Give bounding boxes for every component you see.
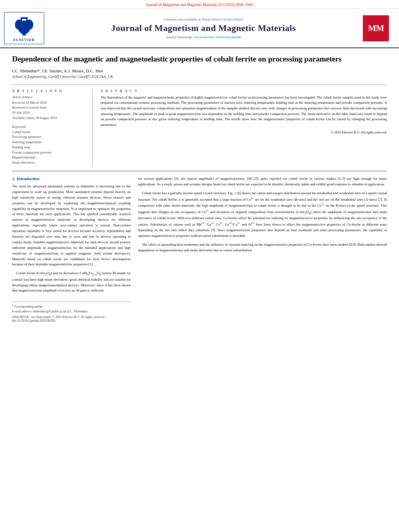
section-number: 1. <box>12 176 15 181</box>
right-paragraph-2: Cobalt ferrite has a partially inverse s… <box>138 191 387 239</box>
journal-title: Journal of Magnetism and Magnetic Materi… <box>111 23 296 33</box>
article-info-title: A R T I C L E I N F O <box>12 89 86 93</box>
revised-date: 29 July 2010 <box>12 110 86 115</box>
star-note: * Corresponding author. <box>12 305 43 308</box>
elsevier-text: ELSEVIER <box>13 38 35 42</box>
abstract-paragraph: The dependence of the magnetic and magne… <box>101 95 387 128</box>
corresponding-author-note: * Corresponding author. <box>12 304 131 309</box>
keywords-label: Keywords: <box>12 125 86 129</box>
email-link[interactable]: nlebedinci@Cardiff.ac.uk (I.C. Nlebedim)… <box>33 310 88 313</box>
journal-logo-right: MM <box>363 12 391 44</box>
article-info-column: A R T I C L E I N F O Article history: R… <box>12 89 93 165</box>
svg-rect-5 <box>26 17 27 29</box>
elsevier-tree-icon <box>10 14 38 37</box>
issn-line: 0304-8853/$ - see front matter © 2010 El… <box>12 315 131 319</box>
affiliation: School of Engineering, Cardiff Universit… <box>12 75 387 79</box>
copyright: © 2010 Elsevier B.V. All rights reserved… <box>101 130 387 135</box>
email-label: E-mail address: <box>12 310 32 313</box>
article-title: Dependence of the magnetic and magnetoel… <box>12 54 387 64</box>
homepage-url[interactable]: www.elsevier.com/locate/jmmm <box>194 35 241 39</box>
svg-rect-4 <box>21 17 22 29</box>
left-content-column: 1. Introduction The need for advanced au… <box>12 176 131 322</box>
keyword-5: Powder compaction pressure <box>12 150 86 155</box>
article-history-label: Article history: <box>12 95 86 99</box>
svg-rect-6 <box>21 17 28 19</box>
homepage-label: journal homepage: <box>166 35 193 39</box>
abstract-column: A B S T R A C T The dependence of the ma… <box>101 89 387 165</box>
intro-paragraph-1: The need for advanced automated systems … <box>12 184 131 267</box>
authors-text: I.C. Nlebedim*, J.E. Snyder, A.J. Moses,… <box>12 68 103 73</box>
footnote-area: * Corresponding author. E-mail address: … <box>12 302 131 314</box>
right-paragraph-1: for several applications [2], the typica… <box>138 176 387 187</box>
keyword-6: Magnetostriction <box>12 155 86 160</box>
abstract-text: The dependence of the magnetic and magne… <box>101 95 387 136</box>
top-bar: Journal of Magnetism and Magnetic Materi… <box>0 0 399 9</box>
introduction-heading: 1. Introduction <box>12 176 131 181</box>
journal-header-center: Contents lists available at ScienceDirec… <box>48 12 359 44</box>
keyword-3: Sintering temperature <box>12 140 86 145</box>
journal-reference[interactable]: Journal of Magnetism and Magnetic Materi… <box>146 3 253 7</box>
sciencedirect-link[interactable]: ScienceDirect <box>223 17 243 21</box>
doi-area: 0304-8853/$ - see front matter © 2010 El… <box>12 315 131 322</box>
journal-header: ELSEVIER Contents lists available at Sci… <box>0 9 399 48</box>
main-content: 1. Introduction The need for advanced au… <box>12 171 387 322</box>
doi-line: doi:10.1016/j.jmmm.2010.08.026 <box>12 319 131 322</box>
right-content-column: for several applications [2], the typica… <box>138 176 387 322</box>
keyword-2: Processing parameter <box>12 134 86 140</box>
keyword-1: Cobalt ferrite <box>12 129 86 135</box>
contents-text: Contents lists available at ScienceDirec… <box>164 17 222 21</box>
contents-available: Contents lists available at ScienceDirec… <box>164 17 243 21</box>
keyword-7: Strain derivative <box>12 160 86 165</box>
elsevier-logo: ELSEVIER <box>4 12 44 44</box>
section-title: Introduction <box>16 176 39 181</box>
keywords-section: Keywords: Cobalt ferrite Processing para… <box>12 125 86 165</box>
info-abstract-section: A R T I C L E I N F O Article history: R… <box>12 84 387 165</box>
received-date: Received 24 March 2010 <box>12 100 86 105</box>
keyword-4: Holding time <box>12 145 86 150</box>
abstract-title: A B S T R A C T <box>101 89 387 93</box>
available-date: Available online 18 August 2010 <box>12 115 86 121</box>
article-body: Dependence of the magnetic and magnetoel… <box>0 48 399 331</box>
left-body-text: The need for advanced automated systems … <box>12 184 131 294</box>
revised-label: Received in revised form <box>12 105 86 110</box>
intro-paragraph-2: Cobalt ferrite (CoFe2O4) and its derivat… <box>12 271 131 294</box>
right-paragraph-3: The effect of quenching heat treatments … <box>138 242 387 253</box>
journal-homepage: journal homepage: www.elsevier.com/locat… <box>166 35 241 39</box>
email-line: E-mail address: nlebedinci@Cardiff.ac.uk… <box>12 309 131 314</box>
right-body-text: for several applications [2], the typica… <box>138 176 387 253</box>
authors-line: I.C. Nlebedim*, J.E. Snyder, A.J. Moses,… <box>12 68 387 73</box>
mm-logo-icon: MM <box>363 15 389 41</box>
